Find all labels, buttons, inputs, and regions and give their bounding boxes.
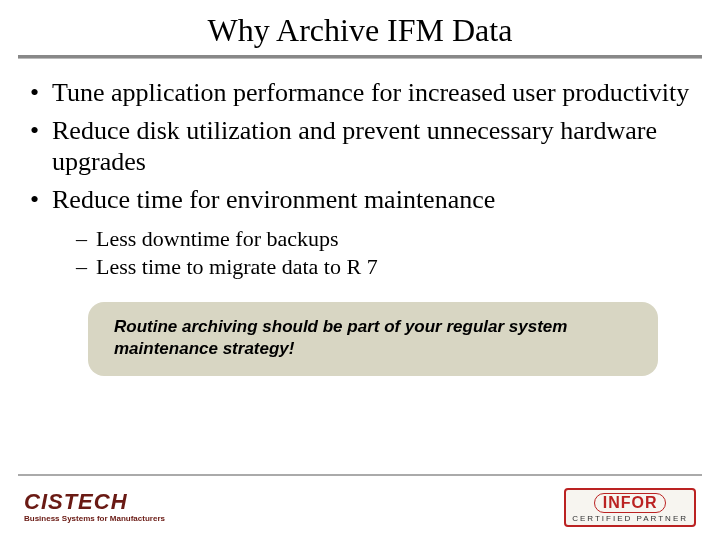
bullet-item: Reduce disk utilization and prevent unne… bbox=[28, 115, 692, 178]
callout-box: Routine archiving should be part of your… bbox=[88, 302, 658, 376]
footer-divider bbox=[18, 474, 702, 476]
infor-brand-text: INFOR bbox=[594, 493, 667, 513]
title-area: Why Archive IFM Data bbox=[0, 0, 720, 53]
sub-bullet-item: Less time to migrate data to R 7 bbox=[76, 254, 692, 280]
bullet-list: Tune application performance for increas… bbox=[28, 77, 692, 216]
infor-sub-text: CERTIFIED PARTNER bbox=[572, 515, 688, 523]
bullet-item: Reduce time for environment maintenance bbox=[28, 184, 692, 216]
cistech-name: CISTECH bbox=[24, 489, 128, 514]
cistech-logo: CISTECH Business Systems for Manufacture… bbox=[24, 491, 165, 523]
content-area: Tune application performance for increas… bbox=[0, 59, 720, 376]
cistech-brand-text: CISTECH bbox=[24, 491, 165, 513]
bullet-item: Tune application performance for increas… bbox=[28, 77, 692, 109]
sub-bullet-list: Less downtime for backups Less time to m… bbox=[28, 226, 692, 280]
slide-title: Why Archive IFM Data bbox=[208, 12, 513, 53]
sub-bullet-item: Less downtime for backups bbox=[76, 226, 692, 252]
cistech-tagline: Business Systems for Manufacturers bbox=[24, 515, 165, 523]
infor-partner-badge: INFOR CERTIFIED PARTNER bbox=[564, 488, 696, 527]
footer: CISTECH Business Systems for Manufacture… bbox=[0, 480, 720, 534]
